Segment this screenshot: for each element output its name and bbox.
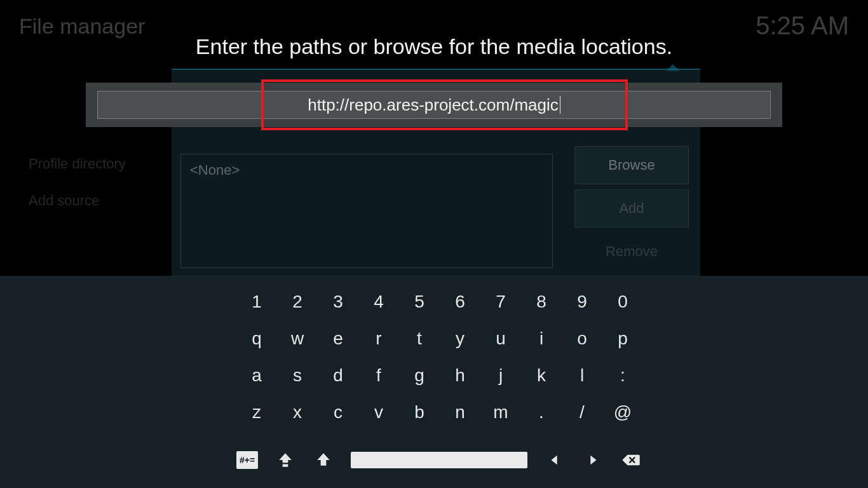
key-s[interactable]: s	[277, 357, 318, 394]
key-e[interactable]: e	[318, 320, 358, 357]
key-r[interactable]: r	[358, 320, 399, 357]
key-2[interactable]: 2	[277, 283, 318, 320]
key-0[interactable]: 0	[602, 283, 643, 320]
key-1[interactable]: 1	[236, 283, 277, 320]
key-9[interactable]: 9	[562, 283, 602, 320]
key-w[interactable]: w	[277, 320, 318, 357]
path-input-value: http://repo.ares-project.com/magic	[308, 95, 559, 115]
key-z[interactable]: z	[236, 394, 277, 431]
key-o[interactable]: o	[562, 320, 602, 357]
key-8[interactable]: 8	[521, 283, 562, 320]
key-/[interactable]: /	[562, 394, 602, 431]
add-button: Add	[574, 189, 689, 227]
key-m[interactable]: m	[480, 394, 521, 431]
text-cursor	[560, 96, 560, 114]
key-.[interactable]: .	[521, 394, 562, 431]
key-@[interactable]: @	[602, 394, 643, 431]
caps-lock-key[interactable]	[275, 451, 296, 469]
keyboard-bottom-row: #+=	[236, 451, 642, 469]
backspace-key[interactable]	[620, 451, 642, 469]
key-a[interactable]: a	[236, 357, 277, 394]
key-:[interactable]: :	[602, 357, 643, 394]
sidebar-item-profile-directory: Profile directory	[29, 156, 126, 172]
key-q[interactable]: q	[236, 320, 277, 357]
key-d[interactable]: d	[318, 357, 358, 394]
arrow-left-key[interactable]	[544, 451, 566, 469]
key-u[interactable]: u	[480, 320, 521, 357]
source-list: <None>	[180, 154, 553, 268]
key-c[interactable]: c	[318, 394, 358, 431]
key-5[interactable]: 5	[399, 283, 440, 320]
key-p[interactable]: p	[602, 320, 643, 357]
key-3[interactable]: 3	[318, 283, 358, 320]
shift-key[interactable]	[313, 451, 334, 469]
key-l[interactable]: l	[562, 357, 602, 394]
onscreen-keyboard: 1234567890qwertyuiopasdfghjkl:zxcvbnm./@…	[0, 276, 868, 488]
input-bar-container: http://repo.ares-project.com/magic	[86, 83, 782, 127]
path-input[interactable]: http://repo.ares-project.com/magic	[97, 91, 771, 119]
key-6[interactable]: 6	[440, 283, 480, 320]
sidebar-item-add-source: Add source	[29, 193, 99, 209]
key-f[interactable]: f	[358, 357, 399, 394]
key-grid: 1234567890qwertyuiopasdfghjkl:zxcvbnm./@	[236, 283, 643, 431]
key-4[interactable]: 4	[358, 283, 399, 320]
key-b[interactable]: b	[399, 394, 440, 431]
arrow-right-key[interactable]	[582, 451, 604, 469]
key-7[interactable]: 7	[480, 283, 521, 320]
key-v[interactable]: v	[358, 394, 399, 431]
key-g[interactable]: g	[399, 357, 440, 394]
key-y[interactable]: y	[440, 320, 480, 357]
remove-button: Remove	[574, 233, 689, 271]
key-x[interactable]: x	[277, 394, 318, 431]
key-n[interactable]: n	[440, 394, 480, 431]
key-j[interactable]: j	[480, 357, 521, 394]
dialog-instruction: Enter the paths or browse for the media …	[0, 34, 868, 59]
space-key[interactable]	[351, 452, 527, 468]
key-i[interactable]: i	[521, 320, 562, 357]
key-k[interactable]: k	[521, 357, 562, 394]
browse-button: Browse	[574, 146, 689, 184]
key-t[interactable]: t	[399, 320, 440, 357]
symbols-key[interactable]: #+=	[236, 451, 258, 469]
key-h[interactable]: h	[440, 357, 480, 394]
